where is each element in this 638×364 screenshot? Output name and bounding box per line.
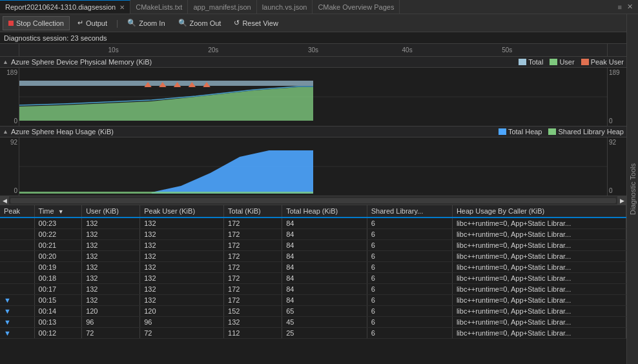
legend-total-heap: Total Heap: [499, 128, 542, 136]
ruler-mark-50s: 50s: [502, 46, 512, 54]
cell-peak-user: 132: [140, 229, 224, 240]
ruler-mark-40s: 40s: [402, 46, 413, 54]
cell-user: 132: [82, 229, 140, 240]
heap-usage-chart: ▲ Azure Sphere Heap Usage (KiB) Total He…: [0, 126, 626, 196]
legend-total-color: [519, 59, 526, 65]
table-header-row: Peak Time ▼ User (KiB) Peak User (KiB) T…: [0, 205, 626, 217]
table-scroll-wrapper[interactable]: Peak Time ▼ User (KiB) Peak User (KiB) T…: [0, 205, 626, 364]
heap-collapse-icon[interactable]: ▲: [3, 128, 8, 135]
table-body: 00:23 132 132 172 84 6 libc++runtime=0, …: [0, 217, 626, 339]
tab-close-all-icon[interactable]: ✕: [624, 3, 635, 11]
table-header: Peak Time ▼ User (KiB) Peak User (KiB) T…: [0, 205, 626, 217]
heap-usage-canvas: [19, 137, 607, 196]
col-peak[interactable]: Peak: [0, 205, 34, 217]
col-user[interactable]: User (KiB): [82, 205, 140, 217]
cell-user: 132: [82, 240, 140, 251]
zoom-in-icon: 🔍: [127, 19, 136, 27]
cell-shared: 6: [367, 240, 452, 251]
cell-user: 120: [82, 306, 140, 317]
cell-time: 00:12: [34, 328, 82, 339]
tab-cmake-label: CMakeLists.txt: [136, 3, 182, 11]
cell-user: 132: [82, 251, 140, 262]
ruler-mark-20s: 20s: [208, 46, 218, 54]
cell-total-heap: 45: [282, 317, 367, 328]
cell-peak: [0, 273, 34, 284]
ruler-mark-10s: 10s: [108, 46, 119, 54]
col-peak-user[interactable]: Peak User (KiB): [140, 205, 224, 217]
cell-total: 132: [224, 317, 282, 328]
cell-shared: 6: [367, 295, 452, 306]
cell-time: 00:23: [34, 217, 82, 229]
scrollbar-right-arrow[interactable]: ▶: [617, 196, 626, 205]
collapse-icon[interactable]: ▲: [3, 59, 8, 65]
cell-shared: 6: [367, 262, 452, 273]
cell-total-heap: 25: [282, 328, 367, 339]
tab-report[interactable]: Report20210624-1310.diagsession ✕: [0, 0, 130, 14]
tab-list-icon[interactable]: ≡: [615, 3, 624, 11]
cell-total: 172: [224, 217, 282, 229]
physical-memory-title-text: Azure Sphere Device Physical Memory (KiB…: [11, 58, 152, 66]
cell-peak-user: 132: [140, 217, 224, 229]
ruler-track: 10s 20s 30s 40s 50s: [19, 44, 607, 56]
toolbar-separator: |: [116, 19, 118, 28]
stop-collection-button[interactable]: Stop Collection: [3, 16, 70, 30]
cell-total: 152: [224, 306, 282, 317]
close-icon[interactable]: ✕: [119, 4, 125, 11]
cell-shared: 6: [367, 328, 452, 339]
col-time[interactable]: Time ▼: [34, 205, 82, 217]
scrollbar-track[interactable]: [10, 198, 616, 203]
cell-total-heap: 84: [282, 262, 367, 273]
tab-cmake-overview[interactable]: CMake Overview Pages: [313, 0, 400, 14]
tab-cmake[interactable]: CMakeLists.txt: [130, 0, 188, 14]
zoom-out-icon: 🔍: [178, 19, 187, 27]
heap-usage-body: 92 0 92 0: [0, 137, 626, 196]
timeline-ruler: 10s 20s 30s 40s 50s: [0, 44, 626, 57]
zoom-out-button[interactable]: 🔍 Zoom Out: [173, 16, 227, 30]
data-table-container: Peak Time ▼ User (KiB) Peak User (KiB) T…: [0, 205, 626, 364]
cell-heap-caller: libc++runtime=0, App+Static Librar...: [452, 262, 626, 273]
cell-time: 00:15: [34, 295, 82, 306]
reset-view-button[interactable]: ↺ Reset View: [229, 16, 283, 30]
col-total-heap[interactable]: Total Heap (KiB): [282, 205, 367, 217]
cell-heap-caller: libc++runtime=0, App+Static Librar...: [452, 295, 626, 306]
svg-marker-1: [19, 81, 313, 86]
tab-launch[interactable]: launch.vs.json: [257, 0, 313, 14]
col-shared-library[interactable]: Shared Library...: [367, 205, 452, 217]
table-row: 00:23 132 132 172 84 6 libc++runtime=0, …: [0, 217, 626, 229]
heap-usage-y-axis: 92 0: [0, 137, 19, 196]
cell-heap-caller: libc++runtime=0, App+Static Librar...: [452, 240, 626, 251]
physical-memory-y-axis: 189 0: [0, 68, 19, 126]
col-heap-caller[interactable]: Heap Usage By Caller (KiB): [452, 205, 626, 217]
table-row: 00:18 132 132 172 84 6 libc++runtime=0, …: [0, 273, 626, 284]
zoom-in-label: Zoom In: [139, 19, 165, 27]
cell-total-heap: 84: [282, 273, 367, 284]
cell-total: 112: [224, 328, 282, 339]
sidebar-label-text: Diagnostic Tools: [629, 163, 637, 215]
legend-user: User: [550, 58, 574, 66]
heap-usage-header: ▲ Azure Sphere Heap Usage (KiB) Total He…: [0, 126, 626, 137]
cell-heap-caller: libc++runtime=0, App+Static Librar...: [452, 273, 626, 284]
cell-total: 172: [224, 295, 282, 306]
col-total[interactable]: Total (KiB): [224, 205, 282, 217]
cell-user: 72: [82, 328, 140, 339]
zoom-in-button[interactable]: 🔍 Zoom In: [122, 16, 170, 30]
scrollbar-left-arrow[interactable]: ◀: [0, 196, 9, 205]
cell-total-heap: 84: [282, 217, 367, 229]
legend-total-heap-label: Total Heap: [508, 128, 542, 136]
table-row: ▼ 00:15 132 132 172 84 6 libc++runtime=0…: [0, 295, 626, 306]
output-button[interactable]: ↵ Output: [72, 16, 112, 30]
chart-scrollbar[interactable]: ◀ ▶: [0, 196, 626, 205]
output-label: Output: [86, 19, 107, 27]
tab-cmake-overview-label: CMake Overview Pages: [318, 3, 394, 11]
cell-total-heap: 84: [282, 240, 367, 251]
table-row: 00:22 132 132 172 84 6 libc++runtime=0, …: [0, 229, 626, 240]
data-table: Peak Time ▼ User (KiB) Peak User (KiB) T…: [0, 205, 626, 339]
tab-manifest[interactable]: app_manifest.json: [188, 0, 256, 14]
cell-peak-user: 132: [140, 240, 224, 251]
legend-shared-library: Shared Library Heap: [548, 128, 624, 136]
legend-peak-user: Peak User: [581, 58, 624, 66]
cell-peak-user: 132: [140, 284, 224, 295]
cell-peak: ▼: [0, 306, 34, 317]
cell-time: 00:22: [34, 229, 82, 240]
table-row: 00:19 132 132 172 84 6 libc++runtime=0, …: [0, 262, 626, 273]
